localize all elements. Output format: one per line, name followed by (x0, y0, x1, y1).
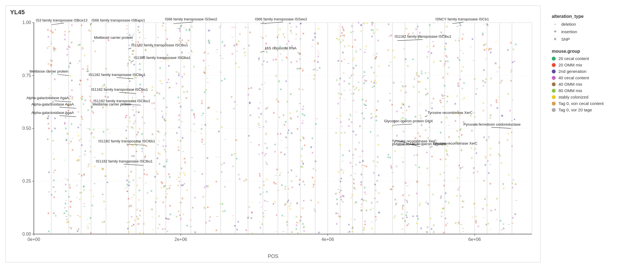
svg-text:×: × (296, 109, 298, 114)
svg-text:×: × (425, 92, 427, 97)
svg-text:+: + (370, 130, 372, 134)
svg-text:−: − (350, 114, 352, 118)
mouse-group-label: 80 OMM mix (558, 88, 582, 93)
svg-text:+: + (299, 37, 302, 41)
svg-text:−: − (157, 226, 159, 230)
svg-text:−: − (247, 25, 250, 30)
mouse-group-label: 20 cecal content (558, 56, 589, 61)
svg-text:×: × (377, 38, 379, 43)
svg-text:×: × (396, 109, 398, 114)
svg-text:+: + (157, 172, 159, 176)
svg-text:−: − (232, 214, 234, 218)
svg-text:×: × (351, 193, 353, 197)
svg-text:−: − (177, 26, 179, 30)
svg-text:×: × (490, 208, 492, 213)
svg-text:×: × (402, 84, 404, 89)
svg-text:−: − (350, 92, 352, 96)
svg-text:+: + (136, 149, 138, 154)
svg-text:×: × (69, 45, 71, 49)
svg-text:×: × (473, 166, 475, 170)
svg-text:×: × (360, 208, 363, 212)
svg-text:×: × (280, 87, 282, 92)
svg-text:+: + (357, 20, 360, 25)
svg-text:−: − (63, 158, 65, 162)
svg-text:×: × (360, 183, 362, 187)
svg-text:×: × (53, 178, 55, 183)
svg-text:×: × (445, 41, 447, 46)
svg-text:×: × (47, 35, 49, 39)
svg-text:+: + (188, 28, 191, 33)
svg-text:×: × (54, 77, 56, 82)
svg-text:×: × (143, 172, 145, 176)
svg-text:+: + (447, 59, 449, 63)
svg-text:×: × (47, 28, 49, 32)
svg-text:×: × (427, 225, 429, 229)
svg-text:+: + (431, 154, 433, 159)
svg-text:×: × (248, 43, 250, 48)
svg-text:+: + (300, 21, 302, 26)
svg-text:×: × (343, 79, 345, 83)
svg-text:+: + (47, 137, 49, 141)
svg-text:×: × (183, 64, 185, 69)
svg-text:×: × (486, 138, 488, 142)
svg-text:×: × (458, 58, 461, 62)
svg-text:×: × (350, 30, 352, 35)
svg-text:×: × (439, 59, 441, 63)
svg-text:×: × (203, 185, 206, 190)
svg-text:×: × (393, 55, 396, 60)
svg-text:−: − (342, 159, 344, 163)
svg-text:−: − (365, 192, 367, 196)
svg-text:×: × (184, 173, 186, 177)
svg-text:×: × (375, 188, 377, 193)
svg-text:×: × (296, 127, 299, 131)
svg-text:×: × (265, 41, 267, 46)
svg-text:×: × (482, 207, 484, 211)
svg-text:×: × (404, 84, 407, 88)
svg-text:×: × (506, 138, 509, 142)
svg-text:×: × (249, 30, 251, 35)
svg-text:−: − (497, 95, 499, 99)
svg-text:+: + (191, 24, 193, 29)
svg-text:×: × (290, 179, 293, 183)
mouse-group-color (552, 102, 556, 106)
svg-text:×: × (498, 140, 500, 145)
svg-text:×: × (233, 106, 235, 111)
svg-text:×: × (355, 133, 357, 137)
svg-text:×: × (496, 106, 498, 110)
svg-text:−: − (220, 23, 222, 28)
svg-text:×: × (64, 121, 66, 125)
svg-text:×: × (427, 183, 430, 187)
svg-text:+: + (245, 177, 247, 182)
svg-text:×: × (458, 163, 460, 168)
svg-text:−: − (459, 48, 461, 52)
svg-text:×: × (515, 42, 517, 47)
svg-text:+: + (419, 113, 422, 118)
svg-text:−: − (472, 215, 474, 219)
svg-text:−: − (462, 229, 465, 233)
svg-text:+: + (460, 69, 463, 73)
svg-text:+: + (78, 172, 80, 176)
svg-text:×: × (457, 187, 459, 192)
svg-text:−: − (128, 225, 130, 229)
svg-text:×: × (285, 119, 287, 124)
svg-text:+: + (89, 94, 91, 99)
svg-text:+: + (285, 55, 288, 59)
svg-text:−: − (474, 115, 476, 119)
svg-text:×: × (208, 219, 210, 223)
svg-text:+: + (216, 117, 218, 121)
svg-text:×: × (344, 130, 346, 135)
svg-text:×: × (67, 178, 69, 182)
svg-text:×: × (484, 80, 486, 85)
svg-text:×: × (489, 50, 492, 55)
svg-text:−: − (372, 206, 374, 210)
svg-text:×: × (418, 203, 421, 207)
svg-text:−: − (280, 52, 282, 56)
svg-text:Alpha-galactosidase AgaA: Alpha-galactosidase AgaA (31, 102, 74, 106)
svg-text:×: × (130, 125, 132, 129)
svg-text:×: × (342, 50, 344, 55)
svg-text:×: × (69, 185, 71, 190)
svg-text:+: + (445, 147, 447, 152)
svg-text:×: × (443, 230, 445, 235)
svg-text:×: × (177, 209, 180, 214)
svg-text:×: × (336, 197, 338, 202)
